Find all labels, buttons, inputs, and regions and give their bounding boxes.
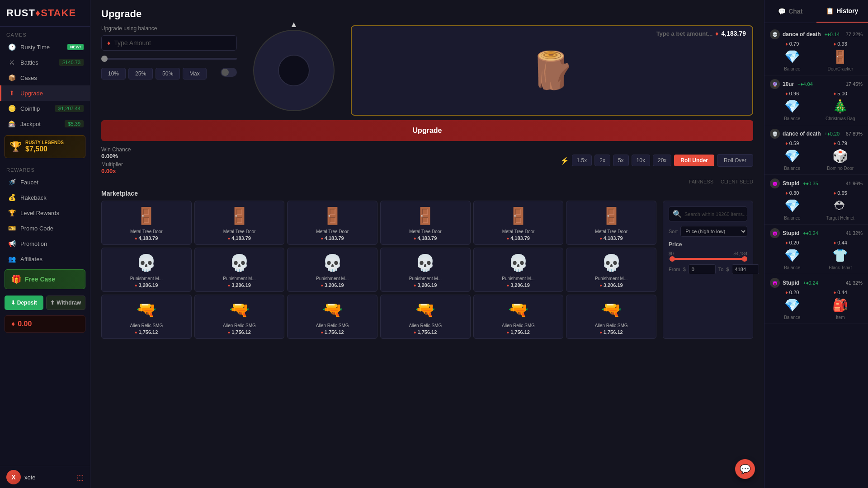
logout-icon[interactable]: ⬚ bbox=[77, 473, 84, 482]
marketplace-item[interactable]: 🚪 Metal Tree Door ♦ 4,183.79 bbox=[380, 201, 471, 245]
deposit-button[interactable]: ⬇ Deposit bbox=[5, 296, 43, 310]
sidebar-item-upgrade[interactable]: ⬆ Upgrade bbox=[0, 85, 90, 101]
hist-win: +♦0.20 bbox=[825, 131, 840, 136]
price-from-input[interactable] bbox=[689, 264, 716, 274]
item-name: Punishment M... bbox=[502, 276, 534, 281]
sidebar-item-promo-code[interactable]: 🎫 Promo Code bbox=[0, 221, 90, 236]
tab-chat[interactable]: 💬 Chat bbox=[764, 0, 816, 23]
upgrade-input-wrapper: ♦ bbox=[101, 35, 237, 51]
roll-under-button[interactable]: Roll Under bbox=[674, 155, 714, 166]
pct-10-button[interactable]: 10% bbox=[101, 68, 126, 80]
hist-avatar: 😈 bbox=[770, 278, 780, 288]
hist-percentage: 41.32% bbox=[846, 230, 863, 236]
marketplace-item[interactable]: 💀 Punishment M... ♦ 3,206.19 bbox=[194, 248, 285, 292]
marketplace-item[interactable]: 💀 Punishment M... ♦ 3,206.19 bbox=[473, 248, 564, 292]
marketplace-item[interactable]: 🚪 Metal Tree Door ♦ 4,183.79 bbox=[194, 201, 285, 245]
win-amount-value: 0.65 bbox=[837, 190, 847, 196]
hist-avatar: 😈 bbox=[770, 228, 780, 238]
marketplace-item[interactable]: 🔫 Alien Relic SMG ♦ 1,756.12 bbox=[566, 295, 656, 339]
sidebar-item-coinflip[interactable]: 🪙 Coinflip $1,207.44 bbox=[0, 101, 90, 116]
marketplace-item[interactable]: 💀 Punishment M... ♦ 3,206.19 bbox=[101, 248, 192, 292]
pct-max-button[interactable]: Max bbox=[183, 68, 207, 80]
marketplace-item[interactable]: 🔫 Alien Relic SMG ♦ 1,756.12 bbox=[287, 295, 377, 339]
mult-2x-button[interactable]: 2x bbox=[594, 155, 610, 166]
sidebar-item-promotion[interactable]: 📢 Promotion bbox=[0, 236, 90, 251]
balance-amount-value: 0.20 bbox=[789, 290, 799, 295]
logo[interactable]: RUST♦STAKE bbox=[0, 0, 90, 27]
win-diamond-icon: ♦ bbox=[834, 41, 836, 47]
marketplace-item[interactable]: 🚪 Metal Tree Door ♦ 4,183.79 bbox=[473, 201, 564, 245]
marketplace-item[interactable]: 🔫 Alien Relic SMG ♦ 1,756.12 bbox=[473, 295, 564, 339]
amount-slider-thumb[interactable] bbox=[101, 56, 108, 62]
marketplace-item[interactable]: 🚪 Metal Tree Door ♦ 4,183.79 bbox=[101, 201, 192, 245]
win-diamond-icon: ♦ bbox=[834, 290, 836, 295]
rusty-legends-banner[interactable]: 🏆 RUSTY LEGENDS $7,500 bbox=[5, 135, 85, 158]
upgrade-button[interactable]: Upgrade bbox=[101, 120, 753, 141]
toggle-switch[interactable] bbox=[221, 68, 237, 77]
marketplace-item[interactable]: 🚪 Metal Tree Door ♦ 4,183.79 bbox=[566, 201, 656, 245]
marketplace-item[interactable]: 🔫 Alien Relic SMG ♦ 1,756.12 bbox=[380, 295, 471, 339]
sidebar-item-rakeback[interactable]: 💰 Rakeback bbox=[0, 190, 90, 205]
roll-over-button[interactable]: Roll Over bbox=[717, 154, 753, 167]
item-name: Punishment M... bbox=[409, 276, 442, 281]
pct-50-button[interactable]: 50% bbox=[156, 68, 180, 80]
fairness-link[interactable]: FAIRNESS bbox=[689, 179, 713, 184]
sidebar-item-battles[interactable]: ⚔ Battles $140.73 bbox=[0, 55, 90, 70]
sidebar-item-cases[interactable]: 📦 Cases bbox=[0, 70, 90, 85]
hist-bet-win: ♦ 5.00 🎄 Christmas Bag bbox=[818, 91, 863, 121]
hist-avatar: 😈 bbox=[770, 178, 780, 188]
win-diamond-icon: ♦ bbox=[834, 91, 836, 96]
upgrade-amount-input[interactable] bbox=[114, 39, 231, 47]
sidebar-item-affiliates[interactable]: 👥 Affiliates bbox=[0, 251, 90, 267]
chat-bubble-button[interactable]: 💬 bbox=[735, 459, 755, 479]
price-value: 1,756.12 bbox=[417, 329, 437, 335]
price-thumb-min[interactable] bbox=[670, 256, 675, 262]
marketplace-item[interactable]: 💀 Punishment M... ♦ 3,206.19 bbox=[566, 248, 656, 292]
mult-10x-button[interactable]: 10x bbox=[632, 155, 650, 166]
client-seed-link[interactable]: CLIENT SEED bbox=[721, 179, 753, 184]
sidebar-item-jackpot[interactable]: 🎰 Jackpot $5.39 bbox=[0, 116, 90, 131]
sidebar-item-faucet[interactable]: 🚿 Faucet bbox=[0, 174, 90, 190]
hist-percentage: 77.22% bbox=[846, 32, 863, 37]
price-to-input[interactable] bbox=[732, 264, 759, 274]
pct-25-button[interactable]: 25% bbox=[128, 68, 153, 80]
mult-1-5x-button[interactable]: 1.5x bbox=[572, 155, 592, 166]
withdraw-button[interactable]: ⬆ Withdraw bbox=[46, 296, 86, 310]
to-label: To bbox=[718, 267, 724, 272]
marketplace-item[interactable]: 💀 Punishment M... ♦ 3,206.19 bbox=[287, 248, 377, 292]
free-case-button[interactable]: 🎁 Free Case bbox=[5, 269, 85, 289]
target-bet-placeholder: Type a bet amount... bbox=[656, 30, 713, 37]
balance-diamond-icon: ♦ bbox=[785, 91, 788, 96]
hist-balance-label: Balance bbox=[784, 66, 800, 71]
marketplace-item[interactable]: 🔫 Alien Relic SMG ♦ 1,756.12 bbox=[101, 295, 192, 339]
price-slider-track[interactable] bbox=[669, 258, 747, 260]
tab-history[interactable]: 📋 History bbox=[816, 0, 868, 23]
item-icon: 💀 bbox=[508, 252, 528, 274]
hist-bet-balance: ♦ 0.79 💎 Balance bbox=[770, 41, 815, 71]
price-diamond-icon: ♦ bbox=[228, 330, 230, 335]
hist-percentage: 17.45% bbox=[846, 81, 863, 87]
sort-select[interactable]: Price (high to low) bbox=[680, 226, 747, 237]
marketplace-item[interactable]: 💀 Punishment M... ♦ 3,206.19 bbox=[380, 248, 471, 292]
sidebar-item-rusty-time[interactable]: 🕐 Rusty Time NEW! bbox=[0, 39, 90, 55]
hist-balance-amount: ♦ 0.20 bbox=[785, 290, 799, 295]
page-header: Upgrade bbox=[90, 0, 764, 20]
mult-20x-button[interactable]: 20x bbox=[653, 155, 671, 166]
marketplace-item[interactable]: 🚪 Metal Tree Door ♦ 4,183.79 bbox=[287, 201, 377, 245]
search-input[interactable] bbox=[684, 211, 747, 217]
price-thumb-max[interactable] bbox=[742, 256, 747, 262]
marketplace-item[interactable]: 🔫 Alien Relic SMG ♦ 1,756.12 bbox=[194, 295, 285, 339]
win-amount-value: 0.44 bbox=[837, 290, 847, 295]
history-bets: ♦ 0.59 💎 Balance ♦ 0.79 🎲 Domino Door bbox=[770, 141, 863, 171]
item-name: Punishment M... bbox=[223, 276, 255, 281]
avatar[interactable]: X bbox=[6, 470, 21, 484]
sidebar-item-level-rewards[interactable]: 🏆 Level Rewards bbox=[0, 205, 90, 221]
item-price: ♦ 3,206.19 bbox=[321, 282, 344, 288]
price-diamond-icon: ♦ bbox=[507, 283, 509, 288]
hist-bet-balance: ♦ 0.59 💎 Balance bbox=[770, 141, 815, 171]
price-diamond-icon: ♦ bbox=[321, 236, 323, 241]
mult-5x-button[interactable]: 5x bbox=[613, 155, 629, 166]
item-name: Alien Relic SMG bbox=[595, 323, 628, 328]
hist-percentage: 41.32% bbox=[846, 280, 863, 286]
amount-slider-track[interactable] bbox=[101, 58, 237, 60]
